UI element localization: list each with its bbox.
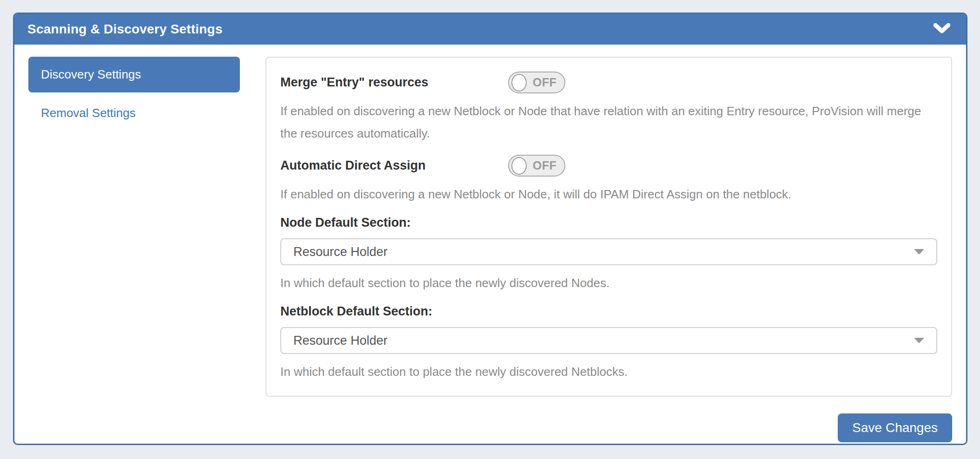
toggle-state-label: OFF xyxy=(527,76,564,89)
card-body: Discovery Settings Removal Settings Merg… xyxy=(14,45,966,442)
card-header: Scanning & Discovery Settings xyxy=(14,14,966,45)
sidebar-item-label: Removal Settings xyxy=(41,106,136,120)
caret-down-icon xyxy=(914,249,924,255)
sidebar-item-label: Discovery Settings xyxy=(41,67,141,81)
node-default-section-description: In which default section to place the ne… xyxy=(280,272,937,294)
automatic-direct-assign-toggle[interactable]: OFF xyxy=(508,155,565,177)
scanning-discovery-settings-card: Scanning & Discovery Settings Discovery … xyxy=(13,13,967,445)
node-default-section-label: Node Default Section: xyxy=(280,216,937,230)
netblock-default-section-select[interactable]: Resource Holder xyxy=(280,327,937,354)
sidebar-item-removal-settings[interactable]: Removal Settings xyxy=(28,95,240,131)
automatic-direct-assign-label: Automatic Direct Assign xyxy=(280,155,508,177)
node-default-section-select[interactable]: Resource Holder xyxy=(280,238,937,265)
sidebar-item-discovery-settings[interactable]: Discovery Settings xyxy=(28,57,240,92)
netblock-default-section-label: Netblock Default Section: xyxy=(280,304,937,319)
automatic-direct-assign-row: Automatic Direct Assign OFF xyxy=(280,155,937,177)
content-wrap: Merge "Entry" resources OFF If enabled o… xyxy=(265,57,952,442)
selected-value: Resource Holder xyxy=(293,334,388,348)
toggle-knob-icon xyxy=(511,74,527,92)
merge-entry-resources-toggle[interactable]: OFF xyxy=(508,72,565,93)
netblock-default-section-description: In which default section to place the ne… xyxy=(280,361,937,383)
discovery-settings-panel: Merge "Entry" resources OFF If enabled o… xyxy=(265,57,952,397)
settings-sidebar: Discovery Settings Removal Settings xyxy=(28,57,240,131)
toggle-knob-icon xyxy=(511,157,527,175)
page-title: Scanning & Discovery Settings xyxy=(27,22,223,37)
merge-entry-resources-row: Merge "Entry" resources OFF xyxy=(280,72,937,93)
merge-entry-resources-description: If enabled on discovering a new Netblock… xyxy=(280,100,937,144)
save-changes-button[interactable]: Save Changes xyxy=(838,413,952,442)
toggle-state-label: OFF xyxy=(527,159,564,172)
merge-entry-resources-label: Merge "Entry" resources xyxy=(280,72,508,93)
selected-value: Resource Holder xyxy=(293,245,388,259)
caret-down-icon xyxy=(914,338,924,343)
chevron-down-icon xyxy=(934,23,950,36)
collapse-panel-button[interactable] xyxy=(934,23,950,36)
automatic-direct-assign-description: If enabled on discovering a new Netblock… xyxy=(280,183,937,205)
save-row: Save Changes xyxy=(265,413,952,442)
